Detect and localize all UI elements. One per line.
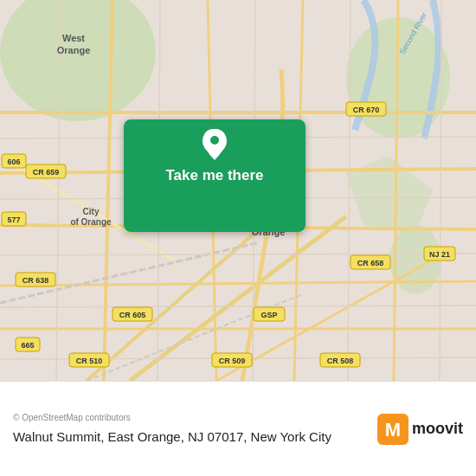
address-section: © OpenStreetMap contributors Walnut Summ…: [13, 413, 369, 446]
svg-text:665: 665: [21, 341, 34, 350]
svg-text:of Orange: of Orange: [70, 217, 112, 227]
svg-text:Orange: Orange: [57, 45, 91, 55]
svg-text:CR 670: CR 670: [353, 106, 380, 114]
address-text: Walnut Summit, East Orange, NJ 07017, Ne…: [13, 428, 369, 446]
svg-text:CR 605: CR 605: [119, 311, 146, 319]
svg-text:CR 638: CR 638: [23, 276, 49, 285]
svg-text:CR 509: CR 509: [219, 357, 246, 365]
svg-text:CR 658: CR 658: [357, 259, 384, 267]
svg-text:577: 577: [7, 215, 20, 224]
svg-text:CR 510: CR 510: [76, 357, 103, 365]
svg-text:606: 606: [7, 158, 20, 166]
svg-text:CR 659: CR 659: [33, 168, 60, 177]
svg-text:CR 508: CR 508: [327, 357, 354, 365]
moovit-text: moovit: [412, 420, 463, 438]
svg-text:M: M: [385, 419, 401, 441]
svg-text:NJ 21: NJ 21: [429, 250, 450, 259]
attribution: © OpenStreetMap contributors: [13, 413, 369, 422]
moovit-logo: M moovit: [377, 414, 463, 445]
svg-text:City: City: [83, 207, 100, 216]
take-me-there-button[interactable]: Take me there: [124, 119, 306, 232]
svg-text:West: West: [62, 33, 85, 43]
svg-text:GSP: GSP: [261, 311, 277, 319]
moovit-icon-svg: M: [377, 414, 408, 445]
bottom-bar: © OpenStreetMap contributors Walnut Summ…: [0, 381, 476, 476]
